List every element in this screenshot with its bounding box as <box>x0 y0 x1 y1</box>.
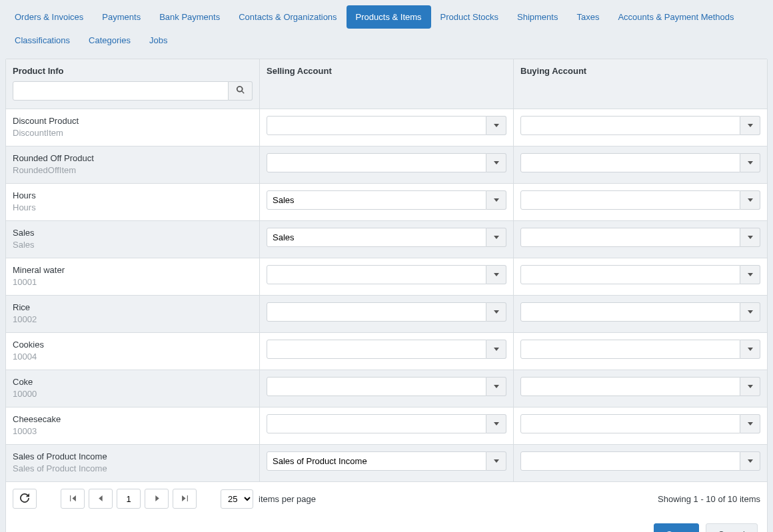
tab-classifications[interactable]: Classifications <box>5 29 79 52</box>
chevron-down-icon <box>748 348 753 351</box>
chevron-down-icon <box>748 459 753 463</box>
chevron-down-icon <box>748 124 753 127</box>
buying-account-input[interactable] <box>520 377 740 396</box>
buying-account-dropdown-button[interactable] <box>740 340 760 359</box>
tab-taxes[interactable]: Taxes <box>567 5 608 29</box>
pager-first-button[interactable] <box>61 489 85 509</box>
buying-account-input[interactable] <box>520 190 740 210</box>
tab-accounts-payment-methods[interactable]: Accounts & Payment Methods <box>608 5 743 29</box>
chevron-down-icon <box>748 198 753 202</box>
buying-account-input[interactable] <box>520 451 740 471</box>
selling-account-dropdown-button[interactable] <box>486 265 506 284</box>
product-name: Rice <box>13 302 253 312</box>
pager-prev-button[interactable] <box>89 489 113 509</box>
product-name: Hours <box>13 190 253 200</box>
pager-page-input[interactable] <box>117 489 141 509</box>
buying-account-input[interactable] <box>520 116 740 135</box>
showing-label: Showing 1 - 10 of 10 items <box>658 494 760 504</box>
buying-account-dropdown-button[interactable] <box>740 451 760 471</box>
refresh-button[interactable] <box>13 489 37 509</box>
selling-account-dropdown-button[interactable] <box>486 228 506 247</box>
items-per-page-select[interactable]: 25 <box>221 489 253 509</box>
product-sub: 10001 <box>13 277 253 287</box>
chevron-down-icon <box>494 236 499 239</box>
buying-account-input[interactable] <box>520 265 740 284</box>
buying-account-dropdown-button[interactable] <box>740 414 760 433</box>
table-footer: 25 items per page Showing 1 - 10 of 10 i… <box>6 482 767 515</box>
table-row: HoursHours <box>6 184 767 221</box>
tab-products-items[interactable]: Products & Items <box>347 5 431 29</box>
chevron-down-icon <box>494 310 499 314</box>
buying-account-input[interactable] <box>520 414 740 433</box>
table-row: Rice10002 <box>6 296 767 333</box>
chevron-down-icon <box>494 273 499 276</box>
tab-shipments[interactable]: Shipments <box>508 5 567 29</box>
selling-account-input[interactable] <box>267 414 486 433</box>
save-button[interactable]: Save <box>654 523 699 532</box>
buying-account-dropdown-button[interactable] <box>740 377 760 396</box>
selling-account-dropdown-button[interactable] <box>486 451 506 471</box>
buying-account-input[interactable] <box>520 340 740 359</box>
chevron-down-icon <box>494 459 499 463</box>
selling-account-dropdown-button[interactable] <box>486 414 506 433</box>
selling-account-input[interactable] <box>267 116 486 135</box>
selling-account-dropdown-button[interactable] <box>486 302 506 322</box>
col-header-buying-account: Buying Account <box>520 66 760 76</box>
buying-account-input[interactable] <box>520 228 740 247</box>
tab-jobs[interactable]: Jobs <box>140 29 177 52</box>
cancel-button[interactable]: Cancel <box>706 523 758 532</box>
buying-account-input[interactable] <box>520 302 740 322</box>
product-search-input[interactable] <box>13 81 229 101</box>
product-name: Rounded Off Product <box>13 153 253 163</box>
tab-orders-invoices[interactable]: Orders & Invoices <box>5 5 93 29</box>
buying-account-dropdown-button[interactable] <box>740 116 760 135</box>
buying-account-dropdown-button[interactable] <box>740 302 760 322</box>
pager-last-button[interactable] <box>173 489 197 509</box>
search-button[interactable] <box>229 81 253 101</box>
tab-contacts-organizations[interactable]: Contacts & Organizations <box>229 5 346 29</box>
selling-account-input[interactable] <box>267 228 486 247</box>
selling-account-input[interactable] <box>267 451 486 471</box>
pager-next-icon <box>153 494 161 504</box>
selling-account-input[interactable] <box>267 153 486 172</box>
pager-next-button[interactable] <box>145 489 169 509</box>
selling-account-input[interactable] <box>267 377 486 396</box>
buying-account-input[interactable] <box>520 153 740 172</box>
product-name: Sales <box>13 228 253 238</box>
product-sub: Sales of Product Income <box>13 463 253 473</box>
tab-payments[interactable]: Payments <box>93 5 150 29</box>
buying-account-dropdown-button[interactable] <box>740 228 760 247</box>
product-sub: Hours <box>13 202 253 212</box>
table-row: Cookies10004 <box>6 333 767 370</box>
chevron-down-icon <box>748 161 753 164</box>
chevron-down-icon <box>494 385 499 388</box>
product-sub: 10003 <box>13 426 253 436</box>
tab-categories[interactable]: Categories <box>79 29 140 52</box>
chevron-down-icon <box>494 124 499 127</box>
selling-account-dropdown-button[interactable] <box>486 153 506 172</box>
table-row: Rounded Off ProductRoundedOffItem <box>6 146 767 184</box>
search-icon <box>236 85 245 97</box>
product-name: Cookies <box>13 340 253 350</box>
selling-account-input[interactable] <box>267 340 486 359</box>
table-row: Discount ProductDiscountItem <box>6 109 767 146</box>
pager-first-icon <box>69 494 77 504</box>
selling-account-input[interactable] <box>267 302 486 322</box>
selling-account-input[interactable] <box>267 190 486 210</box>
selling-account-dropdown-button[interactable] <box>486 190 506 210</box>
selling-account-dropdown-button[interactable] <box>486 377 506 396</box>
buying-account-dropdown-button[interactable] <box>740 153 760 172</box>
pager <box>61 489 197 509</box>
product-name: Mineral water <box>13 265 253 275</box>
chevron-down-icon <box>748 385 753 388</box>
selling-account-input[interactable] <box>267 265 486 284</box>
tab-bank-payments[interactable]: Bank Payments <box>150 5 229 29</box>
chevron-down-icon <box>494 422 499 425</box>
buying-account-dropdown-button[interactable] <box>740 265 760 284</box>
selling-account-dropdown-button[interactable] <box>486 116 506 135</box>
product-sub: 10000 <box>13 389 253 399</box>
tab-product-stocks[interactable]: Product Stocks <box>431 5 508 29</box>
buying-account-dropdown-button[interactable] <box>740 190 760 210</box>
refresh-icon <box>20 493 29 505</box>
selling-account-dropdown-button[interactable] <box>486 340 506 359</box>
